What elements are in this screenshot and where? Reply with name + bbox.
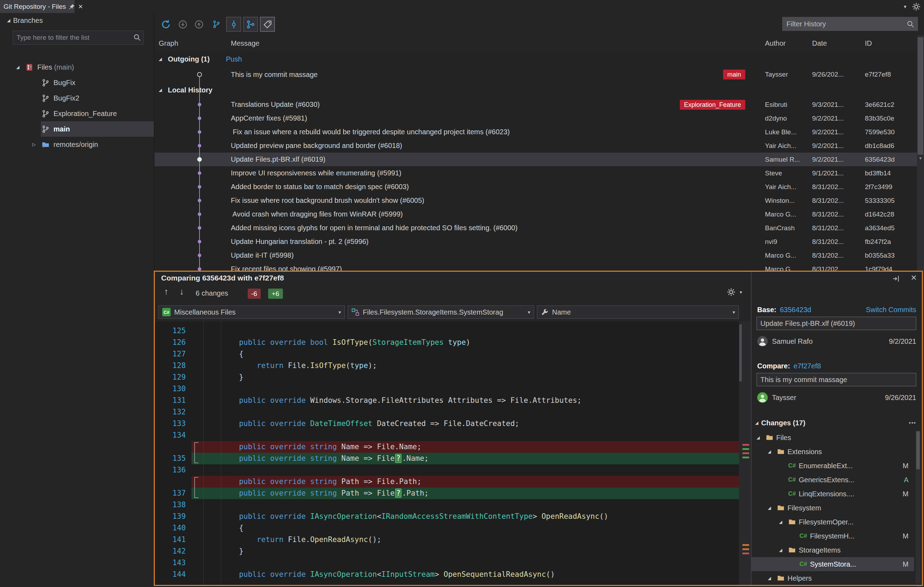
new-branch-icon[interactable] xyxy=(210,18,223,31)
close-icon[interactable]: × xyxy=(78,3,82,11)
scrollbar-thumb[interactable] xyxy=(916,431,920,469)
column-header-message[interactable]: Message xyxy=(226,39,765,48)
branch-item-exploration-feature[interactable]: Exploration_Feature xyxy=(0,106,154,121)
member-dropdown[interactable]: Name ▾ xyxy=(537,306,739,319)
compare-message-input[interactable] xyxy=(757,373,916,386)
diff-line[interactable]: 132 xyxy=(155,406,739,418)
diff-line[interactable]: 127 { xyxy=(155,349,739,360)
toggle-branch-graph-button[interactable] xyxy=(243,17,258,32)
expand-arrow-icon[interactable]: ◢ xyxy=(757,435,766,440)
changes-tree-item[interactable]: C#SystemStora...M xyxy=(752,557,914,571)
changes-tree-item[interactable]: C#EnumerableExt...M xyxy=(752,459,914,473)
expand-arrow-icon[interactable]: ◢ xyxy=(768,505,777,510)
diff-line[interactable]: 138 xyxy=(155,499,739,511)
base-commit-link[interactable]: 6356423d xyxy=(780,306,811,314)
expand-arrow-icon[interactable]: ◢ xyxy=(155,87,168,92)
expand-arrow-icon[interactable]: ◢ xyxy=(755,420,758,425)
branch-item-main[interactable]: main xyxy=(0,121,154,137)
history-section[interactable]: ◢Outgoing (1)Push xyxy=(155,51,917,67)
expand-arrow-icon[interactable]: ◢ xyxy=(779,548,788,552)
diff-line[interactable]: public override string Path => File.Path… xyxy=(155,476,739,488)
collapse-arrow-icon[interactable]: ▷ xyxy=(32,142,41,147)
column-header-graph[interactable]: Graph xyxy=(155,39,226,48)
pin-icon[interactable] xyxy=(69,3,75,10)
column-header-id[interactable]: ID xyxy=(865,39,917,48)
history-section[interactable]: ◢Local History xyxy=(155,82,917,98)
commit-row[interactable]: Added missing icons glyphs for open in t… xyxy=(155,221,917,235)
fetch-icon[interactable] xyxy=(176,18,189,31)
switch-commits-link[interactable]: Switch Commits xyxy=(866,306,916,314)
expand-arrow-icon[interactable]: ◢ xyxy=(768,576,777,580)
commit-row[interactable]: AppCenter fixes (#5981)d2dyno9/2/2021...… xyxy=(155,112,917,125)
diff-line[interactable]: 130 xyxy=(155,383,739,395)
more-actions-button[interactable]: ••• xyxy=(909,420,916,426)
diff-line[interactable]: public override string Name => File.Name… xyxy=(155,441,739,453)
toggle-commit-graph-button[interactable] xyxy=(226,17,241,32)
history-filter-input[interactable] xyxy=(782,20,903,28)
changes-tree-item[interactable]: C#LinqExtensions....M xyxy=(752,487,914,501)
changes-tree-item[interactable]: ◢Filesystem xyxy=(752,501,914,515)
diff-line[interactable]: 133 public override DateTimeOffset DateC… xyxy=(155,418,739,429)
push-icon[interactable] xyxy=(193,18,205,31)
push-link[interactable]: Push xyxy=(226,55,242,63)
changes-tree-item[interactable]: ◢StorageItems xyxy=(752,543,914,557)
commit-row[interactable]: Avoid crash when dragging files from Win… xyxy=(155,207,917,221)
diff-line[interactable]: 126 public override bool IsOfType(Storag… xyxy=(155,337,739,349)
chevron-down-icon[interactable]: ▾ xyxy=(740,289,742,295)
column-header-date[interactable]: Date xyxy=(812,39,865,48)
gear-icon[interactable] xyxy=(912,2,921,11)
diff-line[interactable]: 142 } xyxy=(155,546,739,557)
diff-line[interactable]: 139 public override IAsyncOperation<IRan… xyxy=(155,511,739,522)
base-message-input[interactable] xyxy=(757,317,916,330)
chevron-down-icon[interactable]: ▾ xyxy=(904,3,906,10)
commit-row[interactable]: Updated preview pane background and bord… xyxy=(155,139,917,153)
changes-tree-item[interactable]: C#FilesystemH...M xyxy=(752,529,914,543)
changes-tree-item[interactable]: ◢Helpers xyxy=(752,571,914,585)
scrollbar-thumb[interactable] xyxy=(917,37,923,155)
commit-row[interactable]: Fix an issue where a rebuild would be tr… xyxy=(155,125,917,139)
commit-row[interactable]: Fix issue where root background brush wo… xyxy=(155,194,917,207)
diff-line[interactable]: 144 public override IAsyncOperation<IInp… xyxy=(155,569,739,580)
expand-arrow-icon[interactable]: ◢ xyxy=(7,18,10,23)
column-header-author[interactable]: Author xyxy=(765,39,812,48)
commit-row[interactable]: Added border to status bar to match desi… xyxy=(155,180,917,194)
branch-filter-input[interactable] xyxy=(13,31,144,44)
scrollbar-thumb[interactable] xyxy=(739,324,742,381)
tab-git-repository-files[interactable]: Git Repository - Files × xyxy=(0,0,74,13)
branch-item-bugfix[interactable]: BugFix xyxy=(0,75,154,90)
gear-icon[interactable] xyxy=(727,288,735,298)
expand-arrow-icon[interactable]: ◢ xyxy=(155,57,168,61)
next-change-button[interactable]: ↓ xyxy=(180,286,184,297)
file-filter-dropdown[interactable]: C# Miscellaneous Files ▾ xyxy=(158,306,345,319)
search-icon[interactable] xyxy=(903,20,918,28)
refresh-icon[interactable] xyxy=(159,18,172,31)
diff-line[interactable]: 143 xyxy=(155,557,739,569)
toggle-tags-button[interactable] xyxy=(260,17,275,32)
changes-tree-item[interactable]: ◢Extensions xyxy=(752,445,914,459)
changes-tree-item[interactable]: C#GenericsExtens...A xyxy=(752,473,914,487)
commit-row[interactable]: Improve UI responsiveness while enumerat… xyxy=(155,166,917,180)
commit-row[interactable]: Update Hungarian translation - pt. 2 (#5… xyxy=(155,235,917,248)
diff-minimap[interactable] xyxy=(739,322,751,585)
diff-line[interactable]: 140 { xyxy=(155,522,739,534)
diff-line[interactable]: 134 xyxy=(155,429,739,441)
previous-change-button[interactable]: ↑ xyxy=(164,286,168,297)
diff-line[interactable]: 128 return File.IsOfType(type); xyxy=(155,360,739,372)
diff-line[interactable]: 129 } xyxy=(155,372,739,383)
diff-line[interactable]: 125 xyxy=(155,325,739,337)
changes-tree-item[interactable]: ◢Files xyxy=(752,431,914,445)
scroll-down-icon[interactable]: ▼ xyxy=(917,156,924,160)
branch-item-bugfix2[interactable]: BugFix2 xyxy=(0,90,154,106)
diff-line[interactable]: 135 public override string Name => File?… xyxy=(155,453,739,464)
changes-tree-item[interactable]: ◢FilesystemOper... xyxy=(752,515,914,529)
expand-arrow-icon[interactable]: ◢ xyxy=(779,520,788,525)
commit-row[interactable]: This is my commit massagemainTaysser9/26… xyxy=(155,67,917,82)
branch-item-files[interactable]: ◢Files (main) xyxy=(0,59,154,75)
commit-row[interactable]: Update Files.pt-BR.xlf (#6019)Samuel R..… xyxy=(155,153,917,166)
diff-line[interactable]: 137 public override string Path => File?… xyxy=(155,488,739,499)
changes-scrollbar[interactable] xyxy=(916,431,921,584)
commit-row[interactable]: Update it-IT (#5998)Marco G...8/31/202..… xyxy=(155,248,917,262)
diff-line[interactable]: 136 xyxy=(155,464,739,476)
commit-row[interactable]: Translations Update (#6030)Exploration_F… xyxy=(155,98,917,112)
expand-arrow-icon[interactable]: ◢ xyxy=(16,65,25,70)
